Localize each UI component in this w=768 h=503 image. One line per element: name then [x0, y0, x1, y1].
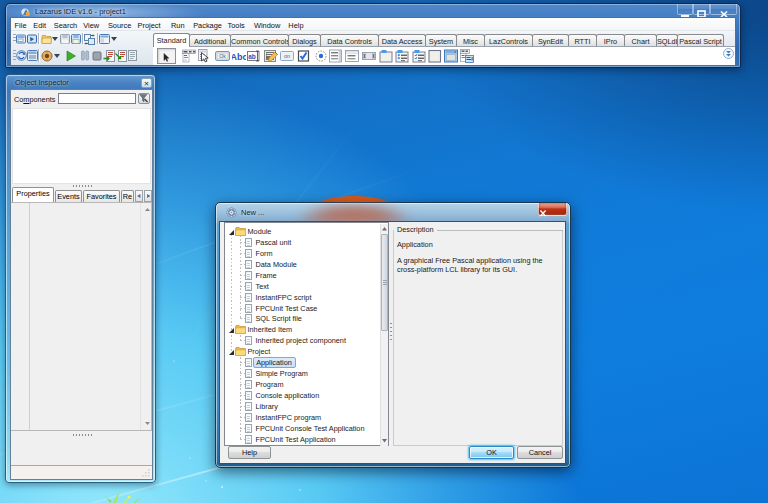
svg-text:ab: ab [248, 53, 256, 60]
svg-text:on: on [284, 53, 290, 59]
svg-text:Ok: Ok [219, 53, 226, 59]
svg-text:Abc: Abc [232, 52, 246, 62]
